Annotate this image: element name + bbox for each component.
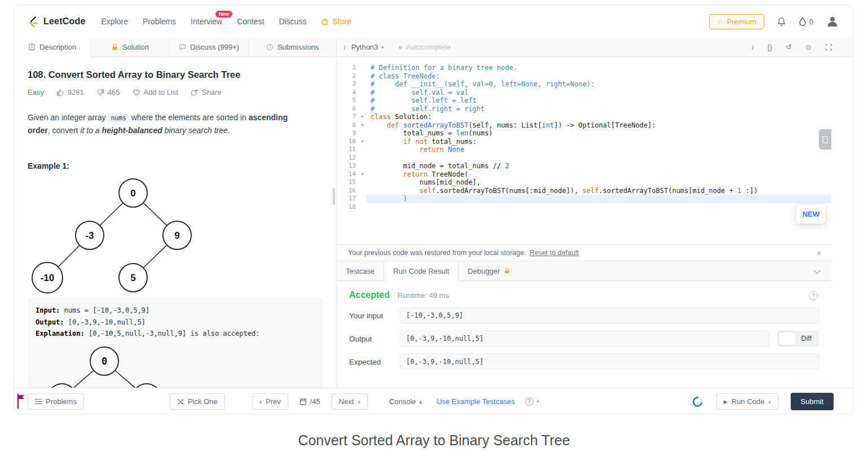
gutter-line[interactable]: 10▾ (337, 138, 366, 146)
fullscreen-icon[interactable] (825, 43, 832, 51)
code-line[interactable]: # self.left = left (366, 96, 831, 105)
info-icon[interactable]: i (752, 43, 754, 52)
editor-code[interactable]: # Definition for a binary tree node.# cl… (366, 64, 831, 244)
gutter-line[interactable]: 12 (337, 154, 366, 163)
gutter-line[interactable]: 16 (337, 187, 366, 195)
problem-title: 108. Convert Sorted Array to Binary Sear… (28, 69, 323, 80)
tab-description[interactable]: Description (14, 38, 91, 56)
code-line[interactable]: total_nums = len(nums) (366, 129, 831, 138)
gutter-line[interactable]: 3 (337, 80, 366, 89)
code-editor[interactable]: 1234567▾8▾910▾11121314▾15161718 # Defini… (337, 57, 831, 244)
gutter-line[interactable]: 8▾ (337, 121, 366, 130)
close-icon[interactable]: × (816, 248, 821, 258)
dislike-button[interactable]: 465 (96, 88, 120, 96)
prev-button[interactable]: ‹ Prev (252, 393, 288, 410)
nav-store[interactable]: Store (321, 17, 351, 26)
fold-arrow-icon[interactable]: ▾ (361, 138, 364, 146)
gutter-line[interactable]: 13 (337, 162, 366, 170)
gutter-line[interactable]: 15 (337, 178, 366, 187)
status-badge: Accepted (349, 290, 390, 300)
left-panel-scrollbar[interactable] (333, 188, 335, 205)
daily-challenge-counter[interactable]: /45 (299, 397, 320, 406)
list-icon (35, 399, 42, 404)
nav-interview[interactable]: Interview New (191, 17, 222, 26)
premium-button[interactable]: ☆ Premium (709, 14, 764, 29)
fold-arrow-icon[interactable]: ▾ (361, 121, 364, 130)
code-line[interactable]: return None (366, 146, 831, 154)
editor-side-widget[interactable] (819, 129, 831, 150)
gutter-line[interactable]: 2 (337, 72, 366, 81)
your-input-value[interactable]: [-10,-3,0,5,9] (400, 308, 819, 323)
like-button[interactable]: 9281 (56, 88, 84, 96)
code-line[interactable]: if not total_nums: (366, 138, 831, 146)
use-example-testcases-link[interactable]: Use Example Testcases (437, 397, 515, 406)
gutter-line[interactable]: 5 (337, 96, 366, 105)
loading-spinner-icon (691, 394, 705, 409)
code-line[interactable]: # Definition for a binary tree node. (366, 64, 831, 72)
submissions-clock-icon (266, 43, 274, 51)
tab-solution[interactable]: Solution (91, 38, 170, 56)
nav-explore[interactable]: Explore (102, 17, 128, 26)
example-output-line: Output: [0,-3,9,-10,null,5] (36, 317, 315, 328)
run-code-button[interactable]: ▶ Run Code ▴ (716, 393, 778, 410)
help-icon[interactable]: ? (809, 291, 818, 300)
collapse-panel-icon[interactable] (814, 266, 821, 274)
pick-one-button[interactable]: Pick One (170, 393, 225, 410)
submit-button[interactable]: Submit (791, 393, 834, 410)
diff-toggle[interactable]: Diff (777, 331, 819, 346)
autocomplete-toggle[interactable]: Autocomplete (399, 43, 451, 51)
code-line[interactable]: # self.right = right (366, 105, 831, 113)
next-button[interactable]: Next › (332, 393, 368, 410)
nav-discuss[interactable]: Discuss (279, 17, 306, 26)
code-line[interactable] (366, 154, 831, 163)
code-line[interactable] (366, 203, 831, 212)
tab-run-code-result[interactable]: Run Code Result (384, 261, 459, 280)
share-button[interactable]: Share (191, 88, 222, 96)
user-avatar[interactable] (826, 15, 839, 28)
settings-icon[interactable]: ⊙ (805, 43, 812, 51)
reset-code-icon[interactable]: ↺ (786, 43, 792, 51)
code-line[interactable]: class Solution: (366, 113, 831, 121)
format-braces-icon[interactable]: {} (768, 43, 773, 51)
tab-discuss[interactable]: Discuss (999+) (170, 38, 249, 56)
tab-submissions[interactable]: Submissions (249, 38, 337, 56)
reset-to-default-link[interactable]: Reset to default (530, 249, 579, 257)
add-to-list-button[interactable]: Add to List (133, 88, 178, 96)
console-toggle[interactable]: Console ▴ (389, 397, 422, 406)
code-line[interactable]: # def __init__(self, val=0, left=None, r… (366, 80, 831, 89)
share-icon (191, 89, 199, 96)
gutter-line[interactable]: 17 (337, 195, 366, 203)
fold-arrow-icon[interactable]: ▾ (361, 170, 364, 179)
language-selector[interactable]: Python3 (351, 43, 378, 51)
gutter-line[interactable]: 6 (337, 105, 366, 113)
code-line[interactable]: nums[mid_node], (366, 178, 831, 187)
gutter-line[interactable]: 14▾ (337, 170, 366, 179)
status-row: Accepted Runtime: 49 ms (349, 290, 819, 300)
code-line[interactable]: return TreeNode( (366, 170, 831, 179)
tab-debugger[interactable]: Debugger (459, 261, 519, 280)
code-line[interactable]: # self.val = val (366, 89, 831, 97)
code-line[interactable]: mid_node = total_nums // 2 (366, 162, 831, 170)
code-line[interactable]: ) (366, 195, 831, 203)
fold-arrow-icon[interactable]: ▾ (361, 113, 364, 121)
code-line[interactable]: # class TreeNode: (366, 72, 831, 81)
problems-list-button[interactable]: Problems (28, 393, 84, 410)
gutter-line[interactable]: 11 (337, 146, 366, 154)
daily-streak[interactable]: 0 (799, 17, 813, 26)
chevron-up-icon: ▴ (420, 399, 422, 405)
chevron-down-icon[interactable]: ▾ (381, 45, 384, 50)
nav-problems[interactable]: Problems (143, 17, 176, 26)
code-line[interactable]: def sortedArrayToBST(self, nums: List[in… (366, 121, 831, 130)
leetcode-logo[interactable]: LeetCode (28, 15, 86, 28)
new-feature-badge[interactable]: NEW (796, 205, 826, 223)
gutter-line[interactable]: 1 (337, 64, 366, 72)
testcase-help[interactable]: ? ▾ (525, 397, 539, 406)
gutter-line[interactable]: 7▾ (337, 113, 366, 121)
tab-testcase[interactable]: Testcase (337, 261, 384, 280)
gutter-line[interactable]: 9 (337, 129, 366, 138)
code-line[interactable]: self.sortedArrayToBST(nums[:mid_node]), … (366, 187, 831, 195)
nav-contest[interactable]: Contest (237, 17, 264, 26)
notifications-bell-icon[interactable] (777, 17, 786, 27)
gutter-line[interactable]: 4 (337, 89, 366, 97)
gutter-line[interactable]: 18 (337, 203, 366, 212)
